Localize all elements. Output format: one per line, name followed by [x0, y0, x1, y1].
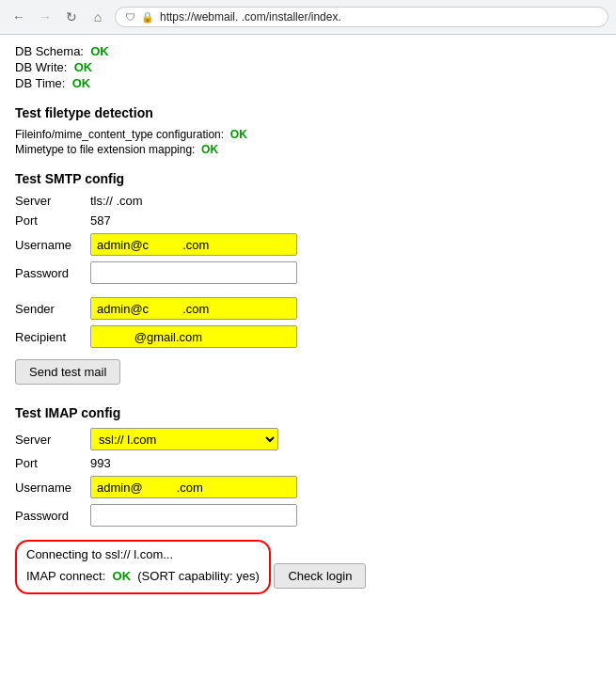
mimetype-line: Mimetype to file extension mapping: OK — [15, 143, 601, 156]
smtp-port-row: Port 587 — [15, 213, 601, 228]
send-test-mail-button[interactable]: Send test mail — [15, 359, 120, 385]
imap-server-row: Server ssl:// l.com — [15, 428, 601, 450]
forward-button[interactable]: → — [34, 6, 56, 28]
smtp-server-row: Server tls:// .com — [15, 194, 601, 208]
db-write-line: DB Write: OK — [15, 60, 601, 74]
db-write-value: OK — [74, 60, 93, 74]
imap-username-input[interactable] — [90, 476, 297, 498]
imap-password-input[interactable] — [90, 504, 297, 527]
smtp-recipient-input[interactable] — [90, 325, 297, 348]
imap-password-label: Password — [15, 509, 90, 523]
smtp-recipient-row: Recipient — [15, 325, 601, 348]
db-schema-value: OK — [90, 44, 109, 58]
imap-port-value: 993 — [90, 456, 111, 470]
smtp-sender-input[interactable] — [90, 297, 297, 320]
smtp-server-value: tls:// .com — [90, 194, 143, 208]
imap-connect-extra: (SORT capability: yes) — [137, 569, 260, 583]
smtp-port-label: Port — [15, 213, 90, 228]
nav-buttons: ← → ↻ ⌂ — [8, 6, 109, 28]
imap-status-box: Connecting to ssl:// l.com... IMAP conne… — [15, 540, 271, 594]
smtp-port-value: 587 — [90, 213, 111, 228]
imap-port-row: Port 993 — [15, 456, 601, 470]
filetype-section-title: Test filetype detection — [15, 105, 601, 120]
smtp-section-title: Test SMTP config — [15, 171, 601, 186]
db-time-value: OK — [72, 76, 91, 90]
imap-server-select[interactable]: ssl:// l.com — [90, 428, 278, 450]
imap-connect-label: IMAP connect: — [26, 569, 105, 583]
imap-connecting-line: Connecting to ssl:// l.com... — [26, 545, 260, 565]
imap-username-row: Username — [15, 476, 601, 498]
reload-button[interactable]: ↻ — [60, 6, 83, 28]
browser-chrome: ← → ↻ ⌂ 🛡 🔒 https://webmail. .com/instal… — [0, 0, 616, 35]
db-schema-line: DB Schema: OK — [15, 44, 601, 58]
imap-password-row: Password — [15, 504, 601, 527]
db-write-label: DB Write: — [15, 60, 67, 74]
smtp-password-row: Password — [15, 261, 601, 284]
check-login-button[interactable]: Check login — [274, 563, 366, 589]
db-time-line: DB Time: OK — [15, 76, 601, 90]
imap-connect-value: OK — [113, 569, 132, 583]
smtp-password-label: Password — [15, 266, 90, 280]
shield-icon: 🛡 — [125, 11, 135, 23]
back-button[interactable]: ← — [8, 6, 30, 28]
db-time-label: DB Time: — [15, 76, 65, 90]
fileinfo-line: Fileinfo/mime_content_type configuration… — [15, 128, 601, 141]
smtp-password-input[interactable] — [90, 261, 297, 284]
imap-form: Server ssl:// l.com Port 993 Username Pa… — [15, 428, 601, 602]
smtp-username-row: Username — [15, 233, 601, 256]
imap-section-title: Test IMAP config — [15, 405, 601, 420]
fileinfo-value: OK — [230, 128, 247, 141]
smtp-sender-label: Sender — [15, 302, 90, 316]
lock-icon: 🔒 — [141, 11, 154, 24]
url-text: https://webmail. .com/installer/index. — [160, 10, 341, 24]
smtp-recipient-label: Recipient — [15, 330, 90, 344]
fileinfo-label: Fileinfo/mime_content_type configuration… — [15, 128, 224, 141]
imap-username-label: Username — [15, 481, 90, 495]
smtp-username-label: Username — [15, 238, 90, 252]
smtp-sender-row: Sender — [15, 297, 601, 320]
imap-connecting-text: Connecting to ssl:// l.com... — [26, 547, 173, 561]
imap-server-label: Server — [15, 433, 90, 447]
page-content: DB Schema: OK DB Write: OK DB Time: OK T… — [0, 35, 616, 621]
smtp-form: Server tls:// .com Port 587 Username Pas… — [15, 194, 601, 390]
address-bar[interactable]: 🛡 🔒 https://webmail. .com/installer/inde… — [115, 7, 608, 27]
mimetype-label: Mimetype to file extension mapping: — [15, 143, 195, 156]
smtp-server-label: Server — [15, 194, 90, 208]
imap-port-label: Port — [15, 456, 90, 470]
db-schema-label: DB Schema: — [15, 44, 84, 58]
imap-connect-result-line: IMAP connect: OK (SORT capability: yes) — [26, 567, 260, 587]
mimetype-value: OK — [201, 143, 218, 156]
smtp-username-input[interactable] — [90, 233, 297, 256]
home-button[interactable]: ⌂ — [87, 6, 109, 28]
